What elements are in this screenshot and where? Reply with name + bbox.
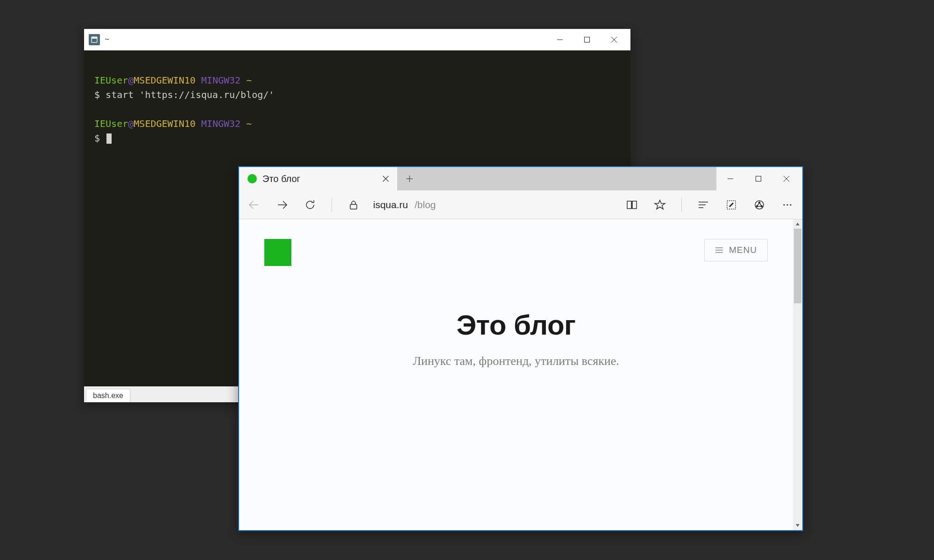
toolbar-divider [681, 198, 682, 212]
notes-icon[interactable] [723, 196, 740, 213]
favorites-icon[interactable] [651, 196, 668, 213]
scrollbar-thumb[interactable] [794, 229, 801, 303]
terminal-title: ~ [105, 35, 546, 44]
svg-rect-16 [350, 204, 357, 209]
close-button[interactable] [772, 168, 800, 190]
url-host: isqua.ru [373, 199, 408, 210]
browser-tabbar: Это блог [239, 167, 802, 190]
maximize-button[interactable] [744, 168, 772, 190]
scroll-down-icon[interactable] [793, 521, 802, 530]
svg-marker-36 [796, 223, 800, 225]
svg-marker-37 [796, 524, 800, 527]
tab-title: Это блог [262, 174, 373, 184]
favicon-icon [248, 174, 257, 183]
close-button[interactable] [601, 30, 628, 49]
url-path: /blog [415, 199, 436, 210]
site-logo[interactable] [264, 239, 291, 266]
svg-point-32 [790, 204, 791, 205]
hamburger-icon [715, 247, 723, 253]
terminal-line1: IEUser@MSEDGEWIN10 MINGW32 ~ [94, 75, 252, 86]
svg-rect-3 [585, 37, 590, 42]
tab-close-button[interactable] [379, 172, 393, 186]
terminal-line2: $ start 'https://isqua.ru/blog/' [94, 89, 274, 100]
browser-toolbar: isqua.ru/blog [239, 190, 802, 219]
browser-viewport: MENU Это блог Линукс там, фронтенд, утил… [239, 219, 802, 530]
refresh-button[interactable] [302, 196, 318, 213]
lock-icon[interactable] [345, 196, 362, 213]
share-icon[interactable] [751, 196, 768, 213]
terminal-window-controls [546, 30, 628, 49]
terminal-line4: $ [94, 133, 112, 144]
browser-window-controls [716, 167, 802, 190]
terminal-line3: IEUser@MSEDGEWIN10 MINGW32 ~ [94, 118, 252, 129]
cursor-icon [106, 133, 112, 144]
maximize-button[interactable] [573, 30, 601, 49]
browser-window: Это блог isqua.ru/blog [238, 166, 803, 531]
address-bar[interactable]: isqua.ru/blog [373, 199, 436, 210]
page-heading: Это блог [264, 309, 768, 341]
menu-button[interactable]: MENU [704, 239, 768, 261]
page-subtitle: Линукс там, фронтенд, утилиты всякие. [264, 354, 768, 368]
svg-point-31 [786, 204, 788, 205]
svg-point-30 [783, 204, 785, 205]
back-button[interactable] [246, 196, 262, 213]
svg-rect-11 [756, 176, 761, 182]
svg-line-27 [757, 203, 759, 206]
svg-rect-1 [92, 37, 97, 39]
more-icon[interactable] [779, 196, 796, 213]
terminal-titlebar[interactable]: ~ [84, 29, 630, 50]
forward-button[interactable] [274, 196, 290, 213]
scroll-up-icon[interactable] [793, 219, 802, 229]
menu-label: MENU [729, 245, 757, 255]
reading-view-icon[interactable] [623, 196, 640, 213]
toolbar-divider [332, 198, 332, 212]
new-tab-button[interactable] [398, 167, 421, 190]
browser-tab[interactable]: Это блог [239, 167, 398, 190]
minimize-button[interactable] [546, 30, 573, 49]
vertical-scrollbar[interactable] [793, 219, 802, 530]
toolbar-right [623, 196, 796, 213]
page-content: MENU Это блог Линукс там, фронтенд, утил… [239, 219, 793, 530]
taskbar-tab[interactable]: bash.exe [86, 389, 130, 402]
minimize-button[interactable] [716, 168, 744, 190]
svg-marker-18 [655, 200, 665, 209]
hub-icon[interactable] [695, 196, 712, 213]
terminal-app-icon [89, 34, 100, 45]
svg-line-28 [759, 203, 762, 206]
